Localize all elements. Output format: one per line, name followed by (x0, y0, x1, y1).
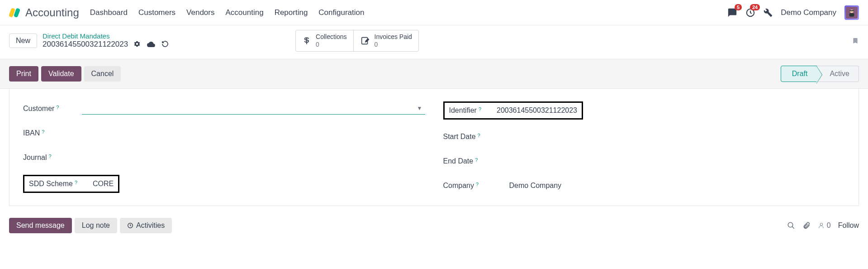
stat-invoices-label: Invoices Paid (375, 33, 412, 41)
brand[interactable]: Accounting (9, 6, 79, 19)
gear-icon[interactable] (133, 40, 141, 48)
topnav-right: 5 24 Demo Company (727, 5, 859, 20)
field-identifier: Identifier ? 20036145500321122023 (443, 101, 845, 120)
customer-input[interactable] (82, 103, 414, 114)
company-value[interactable]: Demo Company (502, 182, 562, 190)
sdd-scheme-value[interactable]: CORE (85, 180, 114, 188)
end-date-label: End Date (443, 157, 474, 165)
help-icon[interactable]: ? (479, 106, 481, 112)
identifier-value[interactable]: 20036145500321122023 (489, 106, 577, 115)
form-left-column: Customer ? ▼ IBAN ? Journal ? (23, 101, 425, 193)
nav-vendors[interactable]: Vendors (186, 8, 214, 17)
stat-invoices-value: 0 (375, 41, 412, 48)
journal-label: Journal (23, 154, 47, 162)
nav-reporting[interactable]: Reporting (275, 8, 308, 17)
attachment-icon[interactable] (802, 221, 811, 230)
record-name: 20036145500321122023 (43, 40, 128, 49)
sdd-scheme-label: SDD Scheme (29, 180, 73, 188)
main-menu: Dashboard Customers Vendors Accounting R… (90, 8, 365, 17)
status-active[interactable]: Active (817, 66, 859, 82)
help-icon[interactable]: ? (475, 157, 478, 163)
cloud-icon[interactable] (147, 40, 155, 48)
breadcrumb-current: 20036145500321122023 (43, 40, 169, 49)
customer-label: Customer (23, 105, 54, 113)
app-title: Accounting (25, 6, 79, 19)
edit-note-icon (360, 36, 370, 46)
print-button[interactable]: Print (9, 66, 38, 82)
send-message-button[interactable]: Send message (9, 218, 72, 233)
followers-icon[interactable]: 0 (818, 221, 831, 230)
messages-badge: 5 (735, 4, 742, 10)
validate-button[interactable]: Validate (41, 66, 81, 82)
field-iban: IBAN ? (23, 126, 425, 140)
identifier-highlight: Identifier ? 20036145500321122023 (443, 101, 583, 120)
company-selector[interactable]: Demo Company (781, 8, 836, 17)
field-start-date: Start Date ? (443, 130, 845, 144)
help-icon[interactable]: ? (478, 133, 480, 138)
field-company: Company ? Demo Company (443, 178, 845, 193)
tools-icon[interactable] (764, 8, 773, 17)
activities-label: Activities (136, 221, 165, 230)
stat-collections[interactable]: Collections 0 (296, 30, 353, 51)
action-bar: Print Validate Cancel Draft Active (0, 59, 868, 89)
activities-button[interactable]: Activities (120, 218, 172, 233)
activities-icon[interactable]: 24 (745, 8, 755, 18)
chevron-down-icon[interactable]: ▼ (414, 105, 425, 111)
stat-invoices-paid[interactable]: Invoices Paid 0 (353, 30, 418, 51)
log-note-button[interactable]: Log note (75, 218, 117, 233)
svg-rect-6 (850, 10, 854, 11)
help-icon[interactable]: ? (476, 182, 479, 187)
breadcrumb-row: New Direct Debit Mandates 20036145500321… (0, 25, 868, 59)
search-icon[interactable] (787, 221, 795, 230)
svg-point-10 (820, 223, 822, 225)
svg-point-9 (788, 222, 793, 227)
stat-buttons: Collections 0 Invoices Paid 0 (295, 30, 419, 52)
svg-rect-5 (849, 13, 854, 17)
identifier-label: Identifier (449, 106, 477, 115)
stat-collections-label: Collections (316, 33, 346, 41)
start-date-label: Start Date (443, 133, 476, 141)
breadcrumb: Direct Debit Mandates 200361455003211220… (43, 32, 169, 49)
clock-icon (127, 222, 133, 229)
nav-dashboard[interactable]: Dashboard (90, 8, 128, 17)
breadcrumb-parent-link[interactable]: Direct Debit Mandates (43, 32, 169, 40)
form-sheet: Customer ? ▼ IBAN ? Journal ? (9, 89, 859, 206)
messages-icon[interactable]: 5 (727, 8, 737, 18)
bookmark-icon[interactable] (852, 36, 859, 45)
iban-label: IBAN (23, 129, 40, 137)
activities-badge: 24 (750, 4, 760, 10)
status-bar: Draft Active (781, 66, 859, 82)
sdd-scheme-highlight: SDD Scheme ? CORE (23, 175, 119, 193)
field-journal: Journal ? (23, 150, 425, 165)
followers-count: 0 (827, 221, 831, 230)
new-button[interactable]: New (9, 34, 37, 48)
follow-button[interactable]: Follow (838, 221, 859, 230)
customer-input-wrap[interactable]: ▼ (82, 103, 425, 115)
user-avatar[interactable] (844, 5, 859, 20)
field-customer: Customer ? ▼ (23, 101, 425, 116)
nav-customers[interactable]: Customers (138, 8, 175, 17)
help-icon[interactable]: ? (75, 180, 77, 185)
field-end-date: End Date ? (443, 154, 845, 168)
chatter-bar: Send message Log note Activities 0 Follo… (0, 212, 868, 239)
company-label: Company (443, 182, 474, 190)
help-icon[interactable]: ? (42, 129, 44, 134)
nav-configuration[interactable]: Configuration (318, 8, 364, 17)
status-draft[interactable]: Draft (781, 66, 817, 82)
nav-accounting[interactable]: Accounting (226, 8, 264, 17)
dollar-icon (302, 35, 311, 46)
undo-icon[interactable] (161, 40, 169, 48)
top-navbar: Accounting Dashboard Customers Vendors A… (0, 0, 868, 25)
form-right-column: Identifier ? 20036145500321122023 Start … (443, 101, 845, 193)
stat-collections-value: 0 (316, 41, 346, 48)
app-logo-icon (9, 7, 20, 18)
field-sdd-scheme: SDD Scheme ? CORE (23, 175, 425, 193)
cancel-button[interactable]: Cancel (84, 66, 121, 82)
help-icon[interactable]: ? (56, 105, 59, 110)
help-icon[interactable]: ? (48, 154, 51, 159)
